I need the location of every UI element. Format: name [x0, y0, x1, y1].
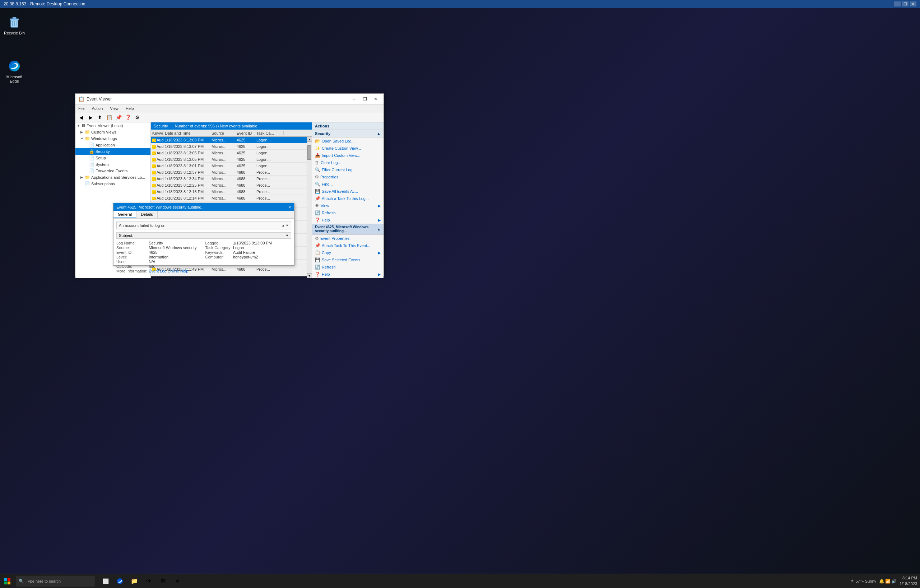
- close-btn[interactable]: ✕: [371, 95, 381, 103]
- rdp-taskbar-btn[interactable]: 🖥: [171, 575, 184, 588]
- cell-eventid: 4688: [235, 170, 255, 174]
- scroll-down-msg[interactable]: ▼: [285, 224, 289, 227]
- menu-view[interactable]: View: [109, 105, 120, 111]
- table-row[interactable]: 🔑Audi...1/18/2023 8:12:14 PMMicros...468…: [151, 195, 307, 201]
- weather-widget[interactable]: ☀ 57°F Sunny: [850, 579, 876, 583]
- taskview-btn[interactable]: ⬜: [99, 575, 112, 588]
- toolbar-paste[interactable]: 📌: [114, 113, 123, 121]
- tray-icon-1[interactable]: 🔔: [879, 579, 884, 584]
- scroll-up-btn[interactable]: ▲: [307, 137, 312, 142]
- remote-restore-btn[interactable]: ❐: [902, 2, 909, 6]
- scroll-track[interactable]: [307, 142, 312, 273]
- action-find[interactable]: 🔍 Find...: [312, 181, 384, 188]
- tab-general[interactable]: General: [113, 211, 136, 218]
- action-attach-event-task[interactable]: 📌 Attach Task To This Event...: [312, 242, 384, 249]
- action-event-properties[interactable]: ⚙ Event Properties: [312, 235, 384, 242]
- action-help-security[interactable]: ❓ Help ▶: [312, 216, 384, 224]
- cell-task: Proce...: [255, 183, 284, 187]
- table-row[interactable]: 🔑Audi...1/18/2023 8:13:01 PMMicros...462…: [151, 163, 307, 169]
- action-create-custom-view[interactable]: ✨ Create Custom View...: [312, 145, 384, 152]
- tree-item-label: Event Viewer (Local): [87, 123, 123, 128]
- action-copy[interactable]: 📋 Copy ▶: [312, 249, 384, 256]
- tree-item-local[interactable]: ▼ 🖥 Event Viewer (Local): [75, 123, 151, 129]
- cell-date: 1/18/2023 8:13:09 PM: [164, 138, 210, 142]
- tree-item-security[interactable]: 🔒 Security: [75, 148, 151, 155]
- taskbar-clock[interactable]: 8:14 PM 1/18/2023: [899, 575, 917, 586]
- tree-item-setup[interactable]: 📄 Setup: [75, 155, 151, 161]
- scroll-up-msg[interactable]: ▲: [282, 224, 285, 227]
- cell-eventid: 4688: [235, 189, 255, 194]
- detail-content: An account failed to log on. ▲ ▼ Subject…: [113, 219, 294, 276]
- tab-details[interactable]: Details: [136, 211, 158, 218]
- tree-item-label: Applications and Services Lo...: [91, 175, 145, 179]
- toolbar-forward[interactable]: ▶: [86, 113, 95, 121]
- table-row[interactable]: 🔑Audi...1/18/2023 8:12:25 PMMicros...468…: [151, 182, 307, 189]
- explorer-taskbar-btn[interactable]: 📁: [128, 575, 141, 588]
- ev-actions-panel: Actions Security ▲ 📂 Open Saved Log... ✨…: [312, 123, 384, 278]
- minimize-btn[interactable]: −: [349, 95, 359, 103]
- computer-value: honeypot-vm2: [233, 255, 291, 259]
- mail-taskbar-btn[interactable]: ✉: [157, 575, 170, 588]
- tree-item-windows-logs[interactable]: ▼ 📁 Windows Logs: [75, 135, 151, 142]
- toolbar-settings[interactable]: ⚙: [133, 113, 141, 121]
- action-help-event[interactable]: ❓ Help ▶: [312, 271, 384, 278]
- network-icon[interactable]: 📶: [885, 579, 891, 584]
- tree-item-label: Subscriptions: [91, 182, 115, 186]
- table-row[interactable]: 🔑Audi...1/18/2023 8:12:34 PMMicros...468…: [151, 176, 307, 182]
- desktop-icon-recycle-bin[interactable]: Recycle Bin: [0, 14, 29, 37]
- action-clear-log[interactable]: 🗑 Clear Log...: [312, 159, 384, 166]
- vertical-scrollbar[interactable]: ▲ ▼: [307, 137, 312, 278]
- tree-item-custom-views[interactable]: ▶ 📁 Custom Views: [75, 129, 151, 135]
- window-titlebar: 📋 Event Viewer − ❐ ✕: [75, 94, 384, 105]
- scroll-thumb[interactable]: [308, 145, 311, 160]
- action-attach-task[interactable]: 📌 Attach a Task To this Log...: [312, 195, 384, 202]
- event-section-header[interactable]: Event 4625, Microsoft Windows security a…: [312, 224, 384, 235]
- subject-expand[interactable]: ▼: [285, 234, 289, 237]
- menu-help[interactable]: Help: [124, 105, 135, 111]
- table-row[interactable]: 🔑Audi...1/18/2023 8:13:05 PMMicros...462…: [151, 156, 307, 163]
- menu-action[interactable]: Action: [91, 105, 105, 111]
- more-info-value[interactable]: Event Log Online Help: [149, 269, 202, 273]
- table-row[interactable]: 🔑Audi...1/18/2023 8:12:18 PMMicros...468…: [151, 189, 307, 195]
- action-save-selected[interactable]: 💾 Save Selected Events...: [312, 256, 384, 263]
- svg-rect-9: [4, 582, 7, 585]
- table-row[interactable]: 🔑Audi...1/18/2023 8:12:37 PMMicros...468…: [151, 169, 307, 176]
- action-refresh-security[interactable]: 🔄 Refresh: [312, 209, 384, 216]
- volume-icon[interactable]: 🔊: [891, 579, 897, 584]
- table-row[interactable]: 🔑Audi...1/18/2023 8:13:09 PMMicros...462…: [151, 137, 307, 143]
- tree-item-application[interactable]: 📄 Application: [75, 142, 151, 148]
- tree-item-system[interactable]: 📄 System: [75, 161, 151, 168]
- action-filter-log[interactable]: 🔍 Filter Current Log...: [312, 166, 384, 173]
- store-taskbar-btn[interactable]: 🛍: [142, 575, 155, 588]
- toolbar-copy[interactable]: 📋: [105, 113, 113, 121]
- taskbar-search[interactable]: 🔍 Type here to search: [16, 576, 95, 586]
- refresh-icon: 🔄: [315, 265, 320, 270]
- toolbar-up[interactable]: ⬆: [96, 113, 104, 121]
- security-section-header[interactable]: Security ▲: [312, 130, 384, 137]
- clear-icon: 🗑: [315, 160, 319, 165]
- detail-close-btn[interactable]: ✕: [288, 205, 291, 210]
- scroll-down-btn[interactable]: ▼: [307, 273, 312, 278]
- cell-keyword: 🔑Audi...: [151, 170, 164, 174]
- tree-item-forwarded[interactable]: 📄 Forwarded Events: [75, 168, 151, 174]
- menu-file[interactable]: File: [77, 105, 86, 111]
- action-open-saved-log[interactable]: 📂 Open Saved Log...: [312, 137, 384, 145]
- toolbar-help[interactable]: ❓: [123, 113, 132, 121]
- action-refresh-event[interactable]: 🔄 Refresh: [312, 263, 384, 271]
- action-properties[interactable]: ⚙ Properties: [312, 173, 384, 181]
- start-button[interactable]: [0, 574, 15, 588]
- table-row[interactable]: 🔑Audi...1/18/2023 8:13:07 PMMicros...462…: [151, 143, 307, 150]
- edge-taskbar-btn[interactable]: [113, 575, 126, 588]
- desktop-icon-edge[interactable]: MicrosoftEdge: [0, 57, 29, 85]
- remote-close-btn[interactable]: ✕: [910, 2, 917, 6]
- remote-minimize-btn[interactable]: −: [894, 2, 901, 6]
- tree-item-app-services[interactable]: ▶ 📁 Applications and Services Lo...: [75, 174, 151, 181]
- actions-header[interactable]: Actions: [312, 123, 384, 130]
- restore-btn[interactable]: ❐: [360, 95, 370, 103]
- toolbar-back[interactable]: ◀: [77, 113, 86, 121]
- action-save-all-events[interactable]: 💾 Save All Events Ac...: [312, 188, 384, 195]
- action-view[interactable]: 👁 View ▶: [312, 202, 384, 209]
- action-import-custom-view[interactable]: 📥 Import Custom View...: [312, 152, 384, 159]
- table-row[interactable]: 🔑Audi...1/18/2023 8:13:05 PMMicros...462…: [151, 150, 307, 156]
- tree-item-subscriptions[interactable]: 📄 Subscriptions: [75, 181, 151, 187]
